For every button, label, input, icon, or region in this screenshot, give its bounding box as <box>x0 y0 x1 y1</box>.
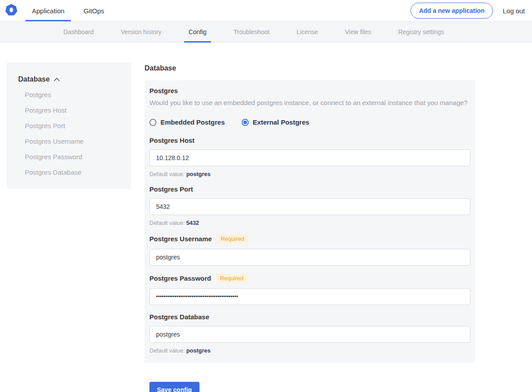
radio-external-label: External Postgres <box>253 118 309 126</box>
default-value: postgres <box>186 171 211 177</box>
main-area: Database Postgres Postgres Host Postgres… <box>0 43 532 392</box>
tab-application[interactable]: Application <box>25 0 71 21</box>
field-label: Postgres Host <box>149 137 470 144</box>
field-label: Postgres Password Required <box>149 274 470 283</box>
app-subnav: Dashboard Version history Config Trouble… <box>0 21 532 43</box>
field-postgres-password: Postgres Password Required <box>149 274 470 305</box>
postgres-database-input[interactable] <box>149 326 470 343</box>
field-postgres-username: Postgres Username Required <box>149 234 470 266</box>
app-logo-icon <box>5 4 17 18</box>
tab-gitops[interactable]: GitOps <box>77 0 111 21</box>
default-prefix: Default value: <box>149 171 185 177</box>
logout-link[interactable]: Log out <box>503 7 525 15</box>
tab-application-label: Application <box>32 7 64 15</box>
field-label-text: Postgres Host <box>149 137 195 144</box>
default-value: postgres <box>186 347 211 354</box>
add-application-button[interactable]: Add a new application <box>411 3 493 19</box>
subnav-tab-registry-settings[interactable]: Registry settings <box>394 22 448 42</box>
field-label-text: Postgres Port <box>149 185 193 193</box>
postgres-password-input[interactable] <box>149 288 470 305</box>
subnav-tab-license[interactable]: License <box>292 22 322 42</box>
postgres-port-input[interactable] <box>149 198 470 215</box>
sidebar-item-postgres-username[interactable]: Postgres Username <box>25 133 131 149</box>
required-badge: Required <box>216 274 247 283</box>
page-title: Database <box>145 64 475 72</box>
save-config-button[interactable]: Save config <box>149 382 200 392</box>
field-label: Postgres Port <box>149 185 470 193</box>
postgres-host-input[interactable] <box>149 149 470 166</box>
sidebar-item-postgres-database[interactable]: Postgres Database <box>25 165 131 180</box>
config-group-panel: Postgres Would you like to use an embedd… <box>145 80 475 363</box>
default-prefix: Default value: <box>149 347 185 354</box>
field-label-text: Postgres Username <box>149 235 212 243</box>
postgres-mode-radio-group: Embedded Postgres External Postgres <box>149 118 470 126</box>
subnav-tab-version-history[interactable]: Version history <box>117 22 166 42</box>
default-prefix: Default value: <box>149 220 185 226</box>
group-title: Postgres <box>149 87 470 94</box>
radio-checked-icon[interactable] <box>242 119 249 126</box>
default-value: 5432 <box>186 220 199 226</box>
radio-embedded-label: Embedded Postgres <box>160 118 225 126</box>
app-logo[interactable] <box>5 0 17 21</box>
field-label-text: Postgres Password <box>149 274 211 282</box>
sidebar-group-database[interactable]: Database <box>18 75 131 83</box>
config-sidebar: Database Postgres Postgres Host Postgres… <box>7 63 131 189</box>
field-postgres-port: Postgres Port Default value: 5432 <box>149 185 470 226</box>
default-value-line: Default value: postgres <box>149 171 470 177</box>
radio-unchecked-icon[interactable] <box>149 119 156 126</box>
top-nav: Application GitOps Add a new application… <box>0 0 532 21</box>
postgres-username-input[interactable] <box>149 249 470 266</box>
config-content: Database Postgres Would you like to use … <box>145 64 475 392</box>
field-label-text: Postgres Database <box>149 313 209 321</box>
field-postgres-host: Postgres Host Default value: postgres <box>149 137 470 177</box>
top-tabs: Application GitOps <box>25 0 117 21</box>
field-postgres-database: Postgres Database Default value: postgre… <box>149 313 470 354</box>
field-label: Postgres Database <box>149 313 470 321</box>
sidebar-item-postgres-host[interactable]: Postgres Host <box>25 102 131 118</box>
group-description: Would you like to use an embedded postgr… <box>149 98 470 107</box>
sidebar-group-label: Database <box>18 75 50 83</box>
default-value-line: Default value: 5432 <box>149 220 470 226</box>
sidebar-item-postgres-password[interactable]: Postgres Password <box>25 149 131 165</box>
sidebar-item-postgres[interactable]: Postgres <box>25 87 131 102</box>
radio-external-postgres[interactable]: External Postgres <box>242 118 309 126</box>
required-badge: Required <box>217 234 248 243</box>
default-value-line: Default value: postgres <box>149 347 470 354</box>
top-nav-right: Add a new application Log out <box>411 0 532 21</box>
subnav-tab-view-files[interactable]: View files <box>340 22 376 42</box>
subnav-tab-dashboard[interactable]: Dashboard <box>59 22 98 42</box>
field-label: Postgres Username Required <box>149 234 470 243</box>
chevron-up-icon <box>54 75 60 83</box>
subnav-tab-troubleshoot[interactable]: Troubleshoot <box>229 22 274 42</box>
radio-embedded-postgres[interactable]: Embedded Postgres <box>149 118 225 126</box>
subnav-tab-config[interactable]: Config <box>184 22 211 42</box>
sidebar-item-postgres-port[interactable]: Postgres Port <box>25 118 131 133</box>
tab-gitops-label: GitOps <box>83 7 104 15</box>
